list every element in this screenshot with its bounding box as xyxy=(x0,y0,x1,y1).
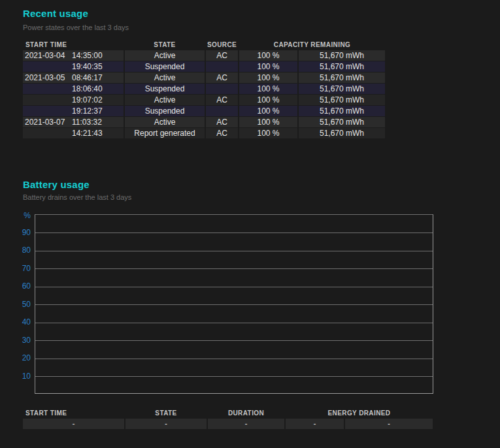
cell-date xyxy=(25,128,72,138)
cell-energy-percent: - xyxy=(286,419,344,429)
y-tick-label: 20 xyxy=(9,353,31,362)
cell-start-time: 14:21:43 xyxy=(23,128,124,138)
cell-source: AC xyxy=(206,72,238,83)
col-duration: DURATION xyxy=(208,409,284,417)
cell-state: Active xyxy=(125,95,205,105)
cell-percent: 100 % xyxy=(239,84,297,94)
gridline-80 xyxy=(35,251,433,251)
cell-percent: 100 % xyxy=(239,95,297,105)
battery-report-page: Recent usage Power states over the last … xyxy=(0,0,500,448)
cell-date xyxy=(25,106,72,116)
battery-usage-subtitle: Battery drains over the last 3 days xyxy=(23,193,131,201)
cell-percent: 100 % xyxy=(239,106,297,116)
y-tick-label: 10 xyxy=(9,372,31,381)
col-capacity-remaining: CAPACITY REMAINING xyxy=(239,41,385,49)
cell-state: Suspended xyxy=(125,61,205,72)
cell-duration: - xyxy=(208,419,284,429)
table-row: 19:07:02 Active AC 100 % 51,670 mWh xyxy=(23,95,385,105)
cell-capacity: 51,670 mWh xyxy=(299,84,385,94)
cell-date: 2021-03-07 xyxy=(25,117,72,127)
col-state: STATE xyxy=(125,41,205,49)
battery-usage-table: - - - - - xyxy=(23,419,433,429)
y-tick-label: 60 xyxy=(9,281,31,291)
table-row: 2021-03-0508:46:17 Active AC 100 % 51,67… xyxy=(23,72,385,83)
cell-source: AC xyxy=(206,117,238,127)
cell-time: 08:46:17 xyxy=(72,72,107,83)
y-tick-label: 80 xyxy=(9,246,31,255)
cell-capacity: 51,670 mWh xyxy=(299,106,385,116)
cell-state: Suspended xyxy=(125,106,205,116)
col-state: STATE xyxy=(125,409,207,417)
cell-time: 14:21:43 xyxy=(72,128,107,138)
cell-state: - xyxy=(125,419,207,429)
table-row: 14:21:43 Report generated AC 100 % 51,67… xyxy=(23,128,385,138)
recent-usage-table-header: START TIME STATE SOURCE CAPACITY REMAINI… xyxy=(23,41,385,49)
y-tick-label: 40 xyxy=(9,317,31,327)
cell-state: Suspended xyxy=(125,84,205,94)
cell-state: Active xyxy=(125,50,205,61)
cell-source xyxy=(206,106,238,116)
cell-percent: 100 % xyxy=(239,117,297,127)
table-row: 2021-03-0711:03:32 Active AC 100 % 51,67… xyxy=(23,117,385,127)
cell-source xyxy=(206,61,238,72)
gridline-40 xyxy=(35,323,433,323)
cell-time: 14:35:00 xyxy=(72,50,107,61)
cell-percent: 100 % xyxy=(239,72,297,83)
battery-usage-table-header: START TIME STATE DURATION ENERGY DRAINED xyxy=(23,409,433,417)
cell-source: AC xyxy=(206,95,238,105)
cell-start-time: 19:12:37 xyxy=(23,106,124,116)
recent-usage-title: Recent usage xyxy=(23,8,88,19)
cell-source xyxy=(206,84,238,94)
cell-time: 19:12:37 xyxy=(72,106,107,116)
table-row: 19:40:35 Suspended 100 % 51,670 mWh xyxy=(23,61,385,72)
gridline-60 xyxy=(35,287,433,287)
cell-capacity: 51,670 mWh xyxy=(299,95,385,105)
y-tick-label: 50 xyxy=(9,300,31,309)
cell-capacity: 51,670 mWh xyxy=(299,128,385,138)
col-start-time: START TIME xyxy=(23,409,124,417)
y-tick-label: 30 xyxy=(9,336,31,345)
cell-start-time: 18:06:40 xyxy=(23,84,124,94)
gridline-50 xyxy=(35,304,433,305)
cell-date xyxy=(25,95,72,105)
cell-time: 11:03:32 xyxy=(72,117,107,127)
cell-start-time: 19:40:35 xyxy=(23,61,124,72)
y-tick-label: 70 xyxy=(9,264,31,273)
cell-time: 19:40:35 xyxy=(72,61,107,72)
cell-state: Active xyxy=(125,117,205,127)
cell-date xyxy=(25,61,72,72)
cell-percent: 100 % xyxy=(239,50,297,61)
cell-start-time: 2021-03-0508:46:17 xyxy=(23,72,124,83)
cell-date xyxy=(25,84,72,94)
gridline-20 xyxy=(35,359,433,359)
cell-time: 18:06:40 xyxy=(72,84,107,94)
gridline-90 xyxy=(35,232,433,233)
table-row: 2021-03-0414:35:00 Active AC 100 % 51,67… xyxy=(23,50,385,61)
cell-date: 2021-03-05 xyxy=(25,72,72,83)
cell-capacity: 51,670 mWh xyxy=(299,117,385,127)
col-start-time: START TIME xyxy=(23,41,124,49)
y-tick-label: 90 xyxy=(9,228,31,237)
cell-date: 2021-03-04 xyxy=(25,50,72,61)
cell-capacity: 51,670 mWh xyxy=(299,72,385,83)
cell-state: Active xyxy=(125,72,205,83)
cell-percent: 100 % xyxy=(239,128,297,138)
battery-usage-chart xyxy=(35,214,433,394)
col-source: SOURCE xyxy=(206,41,238,49)
cell-start-time: 19:07:02 xyxy=(23,95,124,105)
battery-usage-title: Battery usage xyxy=(23,179,90,190)
cell-percent: 100 % xyxy=(239,61,297,72)
cell-capacity: 51,670 mWh xyxy=(299,61,385,72)
cell-time: 19:07:02 xyxy=(72,95,107,105)
gridline-70 xyxy=(35,268,433,269)
table-row: - - - - - xyxy=(23,419,433,429)
cell-state: Report generated xyxy=(125,128,205,138)
gridline-30 xyxy=(35,340,433,341)
gridline-10 xyxy=(35,376,433,377)
cell-start-time: 2021-03-0711:03:32 xyxy=(23,117,124,127)
cell-source: AC xyxy=(206,128,238,138)
recent-usage-subtitle: Power states over the last 3 days xyxy=(23,24,129,31)
cell-source: AC xyxy=(206,50,238,61)
cell-start-time: - xyxy=(23,419,124,429)
col-energy-drained: ENERGY DRAINED xyxy=(286,409,433,417)
